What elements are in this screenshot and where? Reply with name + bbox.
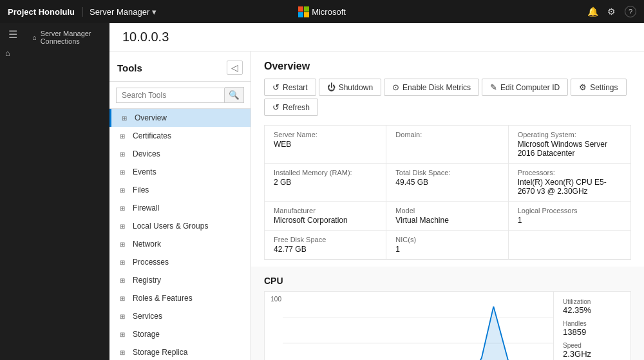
action-btn-settings[interactable]: ⚙Settings	[571, 79, 626, 96]
info-label: Operating System:	[518, 131, 621, 138]
action-icon: ↺	[272, 102, 279, 112]
info-cell: Processors: Intel(R) Xeon(R) CPU E5-2670…	[509, 164, 630, 202]
tool-item-firewall[interactable]: ⊞ Firewall	[109, 199, 251, 217]
info-label: Total Disk Space:	[395, 169, 498, 176]
stat-value: 2.3GHz	[563, 349, 621, 359]
info-value: Microsoft Windows Server 2016 Datacenter	[518, 140, 621, 158]
tool-label: Events	[133, 167, 156, 176]
tool-icon: ⊞	[117, 241, 128, 248]
action-btn-restart[interactable]: ↺Restart	[264, 79, 316, 96]
info-value: Intel(R) Xeon(R) CPU E5-2670 v3 @ 2.30GH…	[518, 178, 621, 196]
tool-icon: ⊞	[117, 205, 128, 212]
content-area: 10.0.0.3 Tools ◁ 🔍 ⊞ Overview ⊞ Certific…	[109, 23, 644, 360]
help-icon[interactable]: ?	[625, 6, 636, 17]
search-tools-container: 🔍	[109, 82, 251, 109]
info-label: Manufacturer	[274, 207, 377, 214]
overview-actions: ↺Restart⏻Shutdown⊙Enable Disk Metrics✎Ed…	[264, 79, 631, 116]
info-cell	[509, 231, 630, 260]
tool-icon: ⊞	[117, 133, 128, 140]
tool-item-devices[interactable]: ⊞ Devices	[109, 145, 251, 163]
tool-item-storage-replica[interactable]: ⊞ Storage Replica	[109, 343, 251, 360]
collapse-button[interactable]: ◁	[227, 61, 243, 75]
action-btn-refresh[interactable]: ↺Refresh	[264, 99, 318, 116]
tool-icon: ⊞	[117, 313, 128, 320]
tool-item-roles---features[interactable]: ⊞ Roles & Features	[109, 289, 251, 307]
tools-title: Tools	[117, 62, 142, 73]
info-value: 49.45 GB	[395, 178, 498, 187]
left-panel: ⌂ Server Manager Connections	[26, 23, 109, 360]
action-icon: ⏻	[327, 82, 336, 92]
tools-panel: Tools ◁ 🔍 ⊞ Overview ⊞ Certificates ⊞ De…	[109, 52, 251, 360]
info-label: Server Name:	[274, 131, 377, 138]
action-btn-enable-disk-metrics[interactable]: ⊙Enable Disk Metrics	[384, 79, 479, 96]
topbar: Project Honolulu Server Manager ▾ Micros…	[0, 0, 644, 23]
tool-label: Storage Replica	[133, 348, 187, 357]
server-manager-section: Server Manager ▾	[82, 7, 156, 17]
tool-item-processes[interactable]: ⊞ Processes	[109, 253, 251, 271]
narrow-sidebar: ☰ ⌂	[0, 23, 26, 360]
nav-home[interactable]: ⌂	[0, 46, 26, 61]
server-manager-label: Server Manager	[90, 7, 149, 17]
info-cell: NIC(s) 1	[386, 231, 508, 260]
tool-item-network[interactable]: ⊞ Network	[109, 235, 251, 253]
right-content: Overview ↺Restart⏻Shutdown⊙Enable Disk M…	[251, 52, 644, 360]
info-label: Free Disk Space	[274, 236, 377, 243]
search-tools-input[interactable]	[116, 88, 225, 103]
info-value: 42.77 GB	[274, 245, 377, 254]
tool-item-services[interactable]: ⊞ Services	[109, 307, 251, 325]
tool-item-storage[interactable]: ⊞ Storage	[109, 325, 251, 343]
tool-label: Processes	[133, 258, 169, 267]
info-value: 1	[518, 216, 621, 225]
stat-label: Speed	[563, 342, 621, 349]
cpu-stat-handles: Handles 13859	[563, 320, 621, 337]
search-tools-button[interactable]: 🔍	[225, 87, 244, 103]
chart-wrapper: 100 0	[265, 292, 553, 360]
tool-icon: ⊞	[117, 169, 128, 176]
hamburger-menu-icon[interactable]: ☰	[3, 28, 23, 41]
tool-label: Storage	[133, 330, 160, 339]
tool-label: Certificates	[133, 131, 171, 140]
cpu-stats: Utilization 42.35% Handles 13859 Speed 2…	[553, 292, 630, 360]
tool-item-files[interactable]: ⊞ Files	[109, 181, 251, 199]
tool-label: Overview	[135, 113, 167, 122]
bell-icon[interactable]: 🔔	[587, 6, 598, 17]
tool-item-local-users---groups[interactable]: ⊞ Local Users & Groups	[109, 217, 251, 235]
dropdown-icon[interactable]: ▾	[152, 7, 156, 17]
info-label: Model	[395, 207, 498, 214]
ms-logo-grid	[298, 6, 309, 17]
main-layout: ☰ ⌂ ⌂ Server Manager Connections 10.0.0.…	[0, 23, 644, 360]
action-btn-edit-computer-id[interactable]: ✎Edit Computer ID	[482, 79, 568, 96]
tool-item-certificates[interactable]: ⊞ Certificates	[109, 127, 251, 145]
action-btn-shutdown[interactable]: ⏻Shutdown	[319, 79, 381, 96]
tool-icon: ⊞	[119, 115, 129, 122]
tool-icon: ⊞	[117, 331, 128, 338]
settings-icon[interactable]: ⚙	[607, 6, 616, 17]
tool-label: Registry	[133, 276, 161, 285]
y-max: 100	[266, 296, 281, 303]
action-icon: ✎	[490, 82, 497, 92]
tool-icon: ⊞	[117, 349, 128, 356]
tool-item-registry[interactable]: ⊞ Registry	[109, 271, 251, 289]
tool-icon: ⊞	[117, 259, 128, 266]
tool-item-events[interactable]: ⊞ Events	[109, 163, 251, 181]
page-header: 10.0.0.3	[109, 23, 644, 52]
info-label: Processors:	[518, 169, 621, 176]
info-cell: Server Name: WEB	[265, 126, 386, 164]
microsoft-logo: Microsoft	[298, 6, 346, 17]
cpu-stat-utilization: Utilization 42.35%	[563, 298, 621, 315]
cpu-container: 100 0	[264, 291, 631, 360]
cpu-chart	[283, 292, 553, 360]
tool-label: Roles & Features	[133, 294, 193, 303]
app-title: Project Honolulu	[8, 7, 75, 17]
page-ip: 10.0.0.3	[122, 30, 631, 44]
info-cell: Domain:	[386, 126, 508, 164]
tool-item-overview[interactable]: ⊞ Overview	[109, 109, 251, 127]
tool-icon: ⊞	[117, 151, 128, 158]
stat-label: Handles	[563, 320, 621, 327]
server-manager-connections-item[interactable]: ⌂ Server Manager Connections	[26, 23, 109, 49]
overview-title: Overview	[264, 61, 631, 72]
server-manager-connections-label: Server Manager Connections	[41, 30, 103, 45]
tool-icon: ⊞	[117, 295, 128, 302]
cpu-chart-svg	[283, 292, 553, 360]
info-value: WEB	[274, 140, 377, 149]
